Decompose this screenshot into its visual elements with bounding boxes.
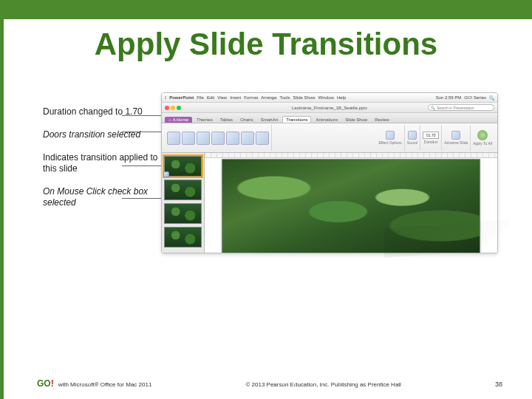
slide-canvas: [205, 153, 497, 253]
transition-thumb-icon: [256, 132, 269, 145]
advance-icon: [451, 131, 460, 140]
footer-logo: GO!: [37, 378, 54, 389]
tab-tables: Tables: [217, 117, 236, 123]
minimize-icon: [171, 106, 175, 110]
home-icon: ⌂: [168, 117, 171, 122]
slide-title: Apply Slide Transitions: [0, 27, 532, 62]
menu-item: Slide Show: [293, 95, 316, 100]
slide-thumbnail: [164, 227, 202, 248]
slide-thumbnail: [164, 180, 202, 200]
mac-menubar: PowerPoint File Edit View Insert Format …: [162, 93, 497, 103]
menu-item: Insert: [230, 95, 241, 100]
slide-thumbnail: [164, 156, 202, 177]
zoom-icon: [177, 106, 181, 110]
window-traffic-lights: [165, 106, 181, 110]
ribbon-duration: 01.70 Duration: [420, 125, 442, 151]
tab-transitions: Transitions: [282, 116, 311, 123]
transition-thumb-icon: [226, 132, 239, 145]
workspace: [162, 153, 497, 253]
apple-icon: [165, 95, 166, 100]
transition-thumb-icon: [197, 132, 210, 145]
slide-thumbnail-panel: [162, 153, 205, 253]
footer-book: with Microsoft® Office for Mac 2011: [58, 381, 152, 388]
transition-thumb-icon: [241, 132, 254, 145]
tab-review: Review: [372, 117, 392, 123]
menu-app: PowerPoint: [169, 95, 194, 100]
tab-home: ⌂ A Home: [165, 117, 192, 123]
menu-item: Format: [244, 95, 258, 100]
menu-user: GO! Series: [464, 95, 486, 100]
footer-copyright: © 2013 Pearson Education, Inc. Publishin…: [245, 381, 400, 388]
document-title: Lastname_Firstname_1B_Seattle.pptx: [292, 106, 367, 110]
duration-field: 01.70: [423, 132, 439, 139]
slide-footer: GO! with Microsoft® Office for Mac 2011 …: [37, 378, 502, 389]
spotlight-icon: 🔍: [489, 95, 494, 100]
embedded-screenshot: PowerPoint File Edit View Insert Format …: [161, 92, 498, 253]
tab-charts: Charts: [237, 117, 256, 123]
search-input: Search in Presentation: [428, 104, 494, 111]
menu-item: Arrange: [261, 95, 276, 100]
ribbon-sound: Sound: [405, 125, 420, 151]
transition-thumb-icon: [182, 132, 195, 145]
ribbon: Effect Options Sound 01.70 Duration Adva…: [162, 123, 497, 153]
callout-leader: [122, 132, 166, 132]
footer-page-number: 38: [495, 381, 502, 388]
callout-mouseclick: On Mouse Click check box selected: [43, 186, 168, 208]
apply-all-icon: [477, 130, 488, 140]
ribbon-apply-all: Apply To All: [471, 125, 494, 151]
effect-options-icon: [386, 131, 395, 140]
sound-icon: [408, 131, 417, 140]
ribbon-tabstrip: ⌂ A Home Themes Tables Charts SmartArt T…: [162, 113, 497, 123]
menu-item: File: [197, 95, 204, 100]
menu-clock: Sun 2:59 PM: [436, 95, 462, 100]
tab-animations: Animations: [313, 117, 341, 123]
search-placeholder: Search in Presentation: [437, 106, 474, 110]
window-titlebar: Lastname_Firstname_1B_Seattle.pptx Searc…: [162, 103, 497, 113]
current-slide: [222, 159, 480, 253]
ribbon-effect-options: Effect Options: [376, 125, 404, 151]
callout-indicator: Indicates transition applied to this sli…: [43, 152, 168, 174]
slide-thumbnail: [164, 203, 202, 224]
menu-item: View: [217, 95, 227, 100]
close-icon: [165, 106, 169, 110]
tab-themes: Themes: [194, 117, 216, 123]
transition-thumb-icon: [167, 132, 180, 145]
transition-indicator-icon: [163, 171, 169, 177]
menu-item: Edit: [207, 95, 214, 100]
menu-item: Window: [318, 95, 334, 100]
tab-smartart: SmartArt: [258, 117, 282, 123]
tab-slideshow: Slide Show: [342, 117, 370, 123]
transition-thumb-icon: [211, 132, 225, 145]
menu-item: Tools: [280, 95, 290, 100]
ribbon-advance: Advance Slide: [442, 125, 471, 151]
menu-item: Help: [337, 95, 346, 100]
ribbon-transition-gallery: [165, 125, 272, 151]
horizontal-ruler: [205, 153, 497, 158]
callout-list: Duration changed to 1.70 Doors transitio…: [43, 106, 168, 220]
slide-top-accent: [0, 0, 532, 19]
